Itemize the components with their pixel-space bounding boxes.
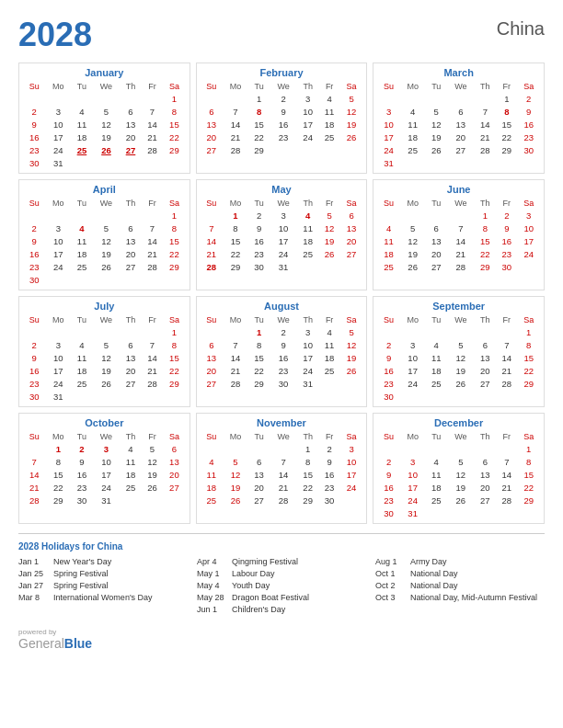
day-header: We <box>447 431 475 442</box>
calendar-day: 18 <box>297 234 318 247</box>
calendar-day: 23 <box>496 247 517 260</box>
calendar-day: 4 <box>71 105 92 118</box>
calendar-day: 17 <box>400 364 426 377</box>
day-header: Th <box>297 198 318 209</box>
calendar-table: SuMoTuWeThFrSa12345678910111213141516171… <box>201 314 363 390</box>
calendar-day: 28 <box>496 494 517 506</box>
calendar-day: 1 <box>248 325 270 338</box>
calendar-day: 14 <box>142 234 163 247</box>
holiday-name: Qingming Festival <box>232 557 298 566</box>
calendar-day <box>475 390 496 403</box>
holiday-date: May 1 <box>197 569 226 578</box>
holiday-entry: Apr 4Qingming Festival <box>197 557 366 566</box>
calendar-day: 9 <box>71 455 92 468</box>
day-header: Tu <box>248 314 270 325</box>
calendar-day <box>93 325 121 338</box>
calendar-day <box>496 325 517 338</box>
calendar-day: 16 <box>23 247 45 260</box>
calendar-day: 9 <box>23 234 45 247</box>
calendar-day: 9 <box>270 105 297 118</box>
calendar-day: 13 <box>201 118 223 131</box>
holiday-date: May 28 <box>197 593 226 602</box>
calendar-day: 22 <box>163 364 186 377</box>
brand-name: GeneralBlue <box>18 636 92 651</box>
calendar-day: 17 <box>377 131 399 143</box>
calendar-day: 8 <box>248 105 270 118</box>
calendar-day: 22 <box>248 364 270 377</box>
calendar-day: 9 <box>518 105 540 118</box>
calendar-day: 8 <box>475 222 496 234</box>
holiday-date: Apr 4 <box>197 557 226 566</box>
calendar-day: 8 <box>518 455 540 468</box>
calendar-day: 10 <box>297 338 318 351</box>
calendar-day: 3 <box>400 455 426 468</box>
calendar-day: 10 <box>377 118 399 131</box>
calendar-day <box>475 442 496 455</box>
page-header: 2028 China <box>18 18 545 51</box>
calendar-day: 2 <box>270 325 297 338</box>
calendar-day: 9 <box>318 455 339 468</box>
calendar-day: 14 <box>223 118 248 131</box>
calendar-day: 21 <box>223 364 248 377</box>
day-header: Tu <box>71 314 92 325</box>
calendar-day: 5 <box>447 338 475 351</box>
holiday-entry: Oct 2National Day <box>375 581 545 590</box>
calendar-day: 3 <box>45 338 71 351</box>
calendar-day: 10 <box>518 222 540 234</box>
calendar-day: 28 <box>142 143 163 156</box>
month-name: June <box>377 184 540 195</box>
calendar-day <box>223 442 248 455</box>
calendar-day: 18 <box>71 247 92 260</box>
day-header: Fr <box>318 314 339 325</box>
calendar-day <box>71 92 92 105</box>
calendar-day: 13 <box>201 351 223 364</box>
calendar-day: 23 <box>23 143 45 156</box>
holiday-entry: May 1Labour Day <box>197 569 366 578</box>
powered-by-section: powered by GeneralBlue <box>18 628 545 651</box>
day-header: Th <box>297 431 318 442</box>
calendar-day: 28 <box>142 377 163 390</box>
year-title: 2028 <box>18 18 92 51</box>
calendar-day: 7 <box>142 338 163 351</box>
calendar-day: 6 <box>340 209 362 222</box>
day-header: Tu <box>71 198 92 209</box>
calendar-day: 7 <box>23 455 45 468</box>
calendar-day: 20 <box>475 481 496 494</box>
calendar-day <box>496 390 517 403</box>
calendar-day: 23 <box>71 481 92 494</box>
calendar-day <box>318 143 339 156</box>
holiday-name: Dragon Boat Festival <box>232 593 309 602</box>
day-header: Su <box>201 81 223 92</box>
calendar-day: 2 <box>23 222 45 234</box>
calendar-day: 15 <box>163 118 186 131</box>
calendar-day: 26 <box>340 131 362 143</box>
calendar-day: 7 <box>447 222 475 234</box>
day-header: We <box>93 314 121 325</box>
calendar-day: 8 <box>297 455 318 468</box>
calendar-day <box>496 442 517 455</box>
month-name: February <box>201 67 363 78</box>
calendar-day: 24 <box>45 377 71 390</box>
calendar-day: 5 <box>340 92 362 105</box>
calendar-day: 27 <box>447 143 475 156</box>
calendar-day: 28 <box>270 494 297 506</box>
holiday-name: Youth Day <box>232 581 270 590</box>
calendar-day <box>142 92 163 105</box>
calendar-day <box>71 325 92 338</box>
calendar-day <box>223 325 248 338</box>
calendar-day: 30 <box>377 390 399 403</box>
day-header: Su <box>23 431 45 442</box>
calendar-day: 27 <box>340 247 362 260</box>
calendar-table: SuMoTuWeThFrSa12345678910111213141516171… <box>201 198 363 273</box>
calendar-day: 14 <box>223 351 248 364</box>
calendar-day: 17 <box>45 364 71 377</box>
calendar-day: 4 <box>297 209 318 222</box>
day-header: Su <box>201 198 223 209</box>
calendar-day: 27 <box>201 143 223 156</box>
calendar-day <box>93 390 121 403</box>
calendar-day: 14 <box>23 468 45 481</box>
calendar-day: 4 <box>318 325 339 338</box>
calendar-day: 6 <box>201 338 223 351</box>
month-block-january: JanuarySuMoTuWeThFrSa1234567891011121314… <box>18 63 190 174</box>
calendar-day <box>400 442 426 455</box>
